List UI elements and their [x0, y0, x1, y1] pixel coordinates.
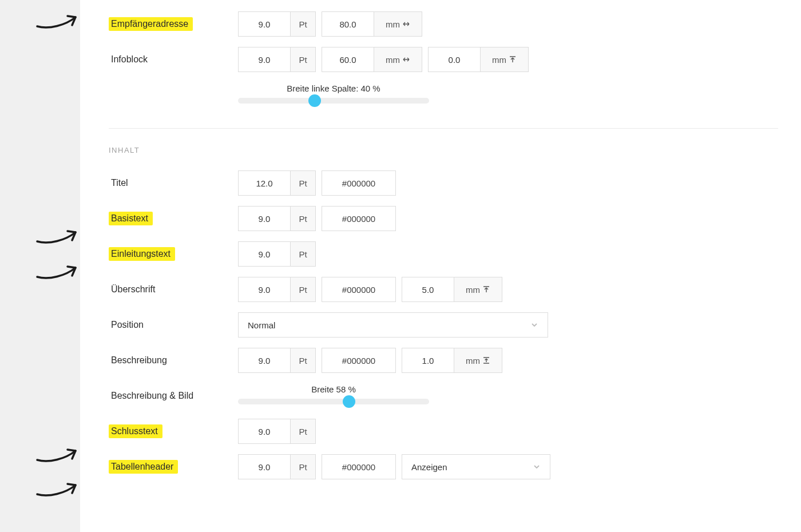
- margin-both-icon: [482, 356, 490, 364]
- label-einleitungstext: Einleitungstext: [109, 247, 175, 261]
- unit-mm-text: mm: [386, 19, 400, 29]
- unit-mm-text: mm: [386, 55, 400, 65]
- label-empfaengeradresse: Empfängeradresse: [109, 17, 193, 31]
- slider-linke-spalte[interactable]: [238, 98, 429, 104]
- schlusstext-size-input[interactable]: [239, 419, 290, 443]
- unit-mm-top: mm: [454, 277, 502, 301]
- einleitung-size-group: Pt: [238, 241, 316, 267]
- basistext-size-group: Pt: [238, 206, 316, 231]
- empfaenger-size-input[interactable]: [239, 12, 290, 36]
- unit-mm-top: mm: [480, 47, 528, 72]
- label-ueberschrift: Überschrift: [109, 283, 160, 296]
- tabellenheader-size-input[interactable]: [239, 455, 290, 479]
- row-slider-linke-spalte: Breite linke Spalte: 40 %: [109, 82, 778, 108]
- row-ueberschrift: Überschrift Pt #000000 mm: [109, 277, 778, 302]
- infoblock-width-input[interactable]: [322, 47, 374, 72]
- tabellenheader-size-group: Pt: [238, 454, 316, 479]
- section-divider: [109, 128, 778, 129]
- infoblock-width-group: mm: [322, 47, 422, 72]
- label-beschreibung-bild: Beschreibung & Bild: [109, 389, 198, 403]
- tabellenheader-select[interactable]: Anzeigen: [402, 454, 550, 479]
- beschreibung-margin-input[interactable]: [402, 348, 454, 372]
- infoblock-size-group: Pt: [238, 47, 316, 72]
- beschreibung-color[interactable]: #000000: [322, 348, 396, 373]
- unit-mm-width: mm: [374, 12, 422, 36]
- unit-mm-text: mm: [466, 356, 480, 366]
- unit-pt: Pt: [290, 47, 315, 72]
- label-tabellenheader: Tabellenheader: [109, 460, 178, 474]
- margin-top-icon: [509, 55, 517, 63]
- left-gutter: [0, 0, 80, 513]
- infoblock-size-input[interactable]: [239, 47, 290, 72]
- unit-mm-both: mm: [454, 348, 502, 372]
- label-beschreibung: Beschreibung: [109, 354, 172, 367]
- row-einleitungstext: Einleitungstext Pt: [109, 241, 778, 267]
- position-select[interactable]: Normal: [238, 312, 548, 338]
- row-titel: Titel Pt #000000: [109, 170, 778, 196]
- row-empfaengeradresse: Empfängeradresse Pt mm: [109, 11, 778, 37]
- unit-pt: Pt: [290, 242, 315, 266]
- unit-mm-text: mm: [492, 55, 506, 65]
- einleitung-size-input[interactable]: [239, 242, 290, 266]
- unit-pt: Pt: [290, 171, 315, 195]
- titel-size-input[interactable]: [239, 171, 290, 195]
- tabellenheader-select-value: Anzeigen: [411, 462, 447, 472]
- beschreibung-size-group: Pt: [238, 348, 316, 373]
- row-infoblock: Infoblock Pt mm mm: [109, 47, 778, 72]
- schlusstext-size-group: Pt: [238, 419, 316, 444]
- row-basistext: Basistext Pt #000000: [109, 206, 778, 231]
- ueberschrift-margin-input[interactable]: [402, 277, 454, 301]
- tabellenheader-color[interactable]: #000000: [322, 454, 396, 479]
- beschreibung-size-input[interactable]: [239, 348, 290, 372]
- label-infoblock: Infoblock: [109, 53, 152, 66]
- section-title-inhalt: INHALT: [109, 146, 778, 154]
- empfaenger-width-input[interactable]: [322, 12, 374, 36]
- basistext-color[interactable]: #000000: [322, 206, 396, 231]
- row-beschreibung: Beschreibung Pt #000000 mm: [109, 348, 778, 373]
- basistext-size-input[interactable]: [239, 207, 290, 231]
- row-position: Position Normal: [109, 312, 778, 338]
- beschreibung-margin-group: mm: [402, 348, 502, 373]
- horizontal-arrows-icon: [402, 20, 410, 28]
- unit-mm-width: mm: [374, 47, 422, 72]
- margin-top-icon: [482, 285, 490, 293]
- infoblock-offset-group: mm: [428, 47, 529, 72]
- chevron-down-icon: [533, 463, 541, 471]
- chevron-down-icon: [530, 321, 538, 329]
- label-titel: Titel: [109, 176, 133, 190]
- ueberschrift-size-group: Pt: [238, 277, 316, 302]
- slider-caption-breite: Breite 58 %: [311, 384, 356, 394]
- unit-mm-text: mm: [466, 285, 480, 295]
- unit-pt: Pt: [290, 348, 315, 372]
- horizontal-arrows-icon: [402, 55, 410, 63]
- ueberschrift-size-input[interactable]: [239, 277, 290, 301]
- slider-knob[interactable]: [308, 94, 321, 107]
- slider-caption-linke-spalte: Breite linke Spalte: 40 %: [287, 84, 380, 93]
- unit-pt: Pt: [290, 455, 315, 479]
- unit-pt: Pt: [290, 207, 315, 231]
- label-position: Position: [109, 318, 148, 332]
- slider-knob[interactable]: [343, 395, 355, 408]
- titel-color[interactable]: #000000: [322, 170, 396, 196]
- row-schlusstext: Schlusstext Pt: [109, 419, 778, 444]
- position-select-value: Normal: [248, 320, 275, 330]
- slider-breite[interactable]: [238, 399, 429, 404]
- empfaenger-width-group: mm: [322, 11, 422, 37]
- empfaenger-size-group: Pt: [238, 11, 316, 37]
- row-beschreibung-bild: Beschreibung & Bild Breite 58 %: [109, 383, 778, 408]
- label-basistext: Basistext: [109, 212, 153, 225]
- ueberschrift-color[interactable]: #000000: [322, 277, 396, 302]
- unit-pt: Pt: [290, 419, 315, 443]
- row-tabellenheader: Tabellenheader Pt #000000 Anzeigen: [109, 454, 778, 479]
- unit-pt: Pt: [290, 277, 315, 301]
- label-schlusstext: Schlusstext: [109, 424, 162, 438]
- unit-pt: Pt: [290, 12, 315, 36]
- titel-size-group: Pt: [238, 170, 316, 196]
- infoblock-offset-input[interactable]: [429, 47, 480, 72]
- ueberschrift-margin-group: mm: [402, 277, 502, 302]
